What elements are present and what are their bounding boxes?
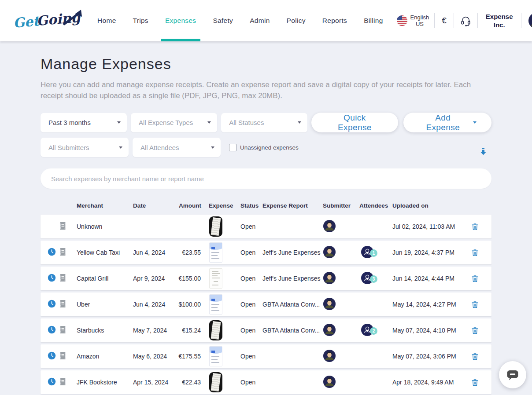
attendees-indicator[interactable]: 3: [361, 278, 373, 285]
expense-search-bar[interactable]: [41, 168, 491, 189]
column-header-merchant: Merchant: [72, 202, 129, 209]
submitter-select[interactable]: All Submitters: [41, 138, 129, 157]
expense-row[interactable]: Capital GrillApr 9, 2024€155.00OpenJeff'…: [41, 267, 491, 290]
receipt-thumbnail[interactable]: [209, 242, 222, 263]
expense-row[interactable]: StarbucksMay 7, 2024€15.24OpenGBTA Atlan…: [41, 318, 491, 342]
unassigned-expenses-checkbox[interactable]: Unassigned expenses: [229, 144, 299, 151]
attendees-indicator[interactable]: 2: [361, 330, 373, 337]
receipt-thumbnail[interactable]: [209, 216, 222, 237]
delete-expense-button[interactable]: [469, 377, 481, 388]
receipt-thumbnail[interactable]: [209, 346, 222, 366]
receipt-thumbnail-cell: [207, 346, 239, 366]
submitter-cell: [321, 350, 358, 363]
submitter-avatar: [323, 246, 336, 258]
language-label: English US: [410, 14, 429, 27]
expense-report-name: Jeff's June Expenses: [261, 275, 321, 282]
expense-report-name: Jeff's June Expenses: [261, 249, 321, 256]
add-expense-button[interactable]: Add Expense: [403, 113, 492, 132]
trash-icon: [471, 249, 479, 257]
receipt-thumbnail[interactable]: [209, 268, 222, 289]
status-label: Open: [239, 301, 261, 308]
nav-item-expenses[interactable]: Expenses: [161, 0, 200, 41]
nav-item-trips[interactable]: Trips: [129, 0, 153, 41]
download-expenses-button[interactable]: [480, 147, 487, 158]
delete-cell: [465, 351, 485, 362]
attendees-indicator[interactable]: 1: [361, 252, 373, 260]
nav-item-billing[interactable]: Billing: [359, 0, 387, 41]
receipt-indicator-cell: [59, 222, 72, 231]
language-selector[interactable]: English US: [392, 14, 435, 27]
trash-icon: [471, 223, 479, 231]
checkbox-box[interactable]: [229, 144, 236, 151]
expense-row[interactable]: UnknownOpenJul 02, 2024, 11:03 AM: [41, 215, 491, 238]
receipt-thumbnail[interactable]: [209, 320, 222, 340]
receipt-thumbnail-cell: [207, 216, 239, 237]
merchant-name: Capital Grill: [72, 275, 129, 282]
nav-item-policy[interactable]: Policy: [282, 0, 310, 41]
logo-part-going: Going: [36, 9, 83, 29]
status-label: Open: [239, 275, 261, 282]
pending-indicator-cell: [48, 377, 59, 387]
nav-item-reports[interactable]: Reports: [318, 0, 351, 41]
checkbox-label: Unassigned expenses: [240, 144, 299, 151]
chat-widget-button[interactable]: [499, 361, 526, 388]
pending-indicator-cell: [48, 300, 59, 309]
expense-type-select[interactable]: All Expense Types: [131, 113, 217, 132]
receipt-icon: [59, 300, 66, 308]
column-header-date: Date: [129, 202, 174, 209]
receipt-thumbnail[interactable]: [209, 294, 222, 315]
column-header-uploaded-on: Uploaded on: [391, 202, 465, 209]
page-description: Here you can add and manage expense rece…: [41, 79, 490, 101]
nav-item-home[interactable]: Home: [93, 0, 121, 41]
currency-button[interactable]: €: [435, 16, 454, 26]
status-select[interactable]: All Statuses: [221, 113, 307, 132]
delete-expense-button[interactable]: [469, 325, 481, 336]
nav-item-admin[interactable]: Admin: [245, 0, 274, 41]
receipt-thumbnail[interactable]: [209, 372, 222, 392]
delete-expense-button[interactable]: [469, 221, 481, 233]
expense-row[interactable]: JFK BookstoreApr 15, 2024€22.43OpenApr 1…: [41, 370, 491, 394]
delete-expense-button[interactable]: [469, 273, 481, 285]
download-icon: [480, 147, 487, 157]
expense-row[interactable]: Yellow Cab TaxiJun 4, 2024€23.55OpenJeff…: [41, 241, 491, 264]
expense-row[interactable]: UberJun 4, 2024$100.00OpenGBTA Atlanta C…: [41, 293, 491, 316]
delete-cell: [465, 221, 485, 233]
expense-date: May 6, 2024: [129, 353, 174, 360]
uploaded-timestamp: Jul 02, 2024, 11:03 AM: [391, 223, 465, 230]
attendees-count-badge: 1: [370, 249, 377, 257]
user-avatar[interactable]: [521, 13, 532, 29]
receipt-icon: [59, 274, 66, 282]
trash-icon: [471, 352, 479, 361]
expense-date: Apr 15, 2024: [129, 379, 174, 386]
quick-expense-button[interactable]: Quick Expense: [311, 113, 398, 132]
date-range-select[interactable]: Past 3 months: [41, 113, 127, 132]
delete-expense-button[interactable]: [469, 247, 481, 259]
submitter-cell: [321, 272, 358, 285]
expense-date: Jun 4, 2024: [129, 301, 174, 308]
nav-item-safety[interactable]: Safety: [208, 0, 237, 41]
merchant-name: JFK Bookstore: [72, 379, 129, 386]
pending-clock-icon: [48, 248, 56, 256]
pending-clock-icon: [48, 274, 56, 282]
uploaded-timestamp: Apr 18, 2024, 9:49 AM: [391, 379, 465, 386]
getgoing-logo[interactable]: Get Going: [11, 6, 85, 35]
delete-expense-button[interactable]: [469, 351, 481, 362]
pending-clock-icon: [48, 377, 56, 386]
chevron-down-icon: [473, 121, 477, 124]
support-button[interactable]: [454, 15, 477, 26]
search-input[interactable]: [51, 175, 481, 183]
pending-indicator-cell: [48, 351, 59, 361]
receipt-icon: [59, 222, 66, 230]
expense-date: Jun 4, 2024: [129, 249, 174, 256]
support-headset-icon: [460, 15, 471, 26]
status-label: Open: [239, 223, 261, 230]
delete-expense-button[interactable]: [469, 299, 481, 311]
chat-bubble-icon: [506, 368, 519, 381]
expense-row[interactable]: AmazonMay 6, 2024€175.55OpenMay 07, 2024…: [41, 344, 491, 368]
chevron-down-icon: [298, 121, 301, 124]
submitter-cell: [321, 220, 358, 234]
column-header-attendees: Attendees: [358, 202, 391, 209]
receipt-thumbnail-cell: [207, 320, 239, 340]
uploaded-timestamp: Jun 19, 2024, 4:37 PM: [391, 249, 465, 256]
attendees-select[interactable]: All Attendees: [133, 138, 221, 157]
